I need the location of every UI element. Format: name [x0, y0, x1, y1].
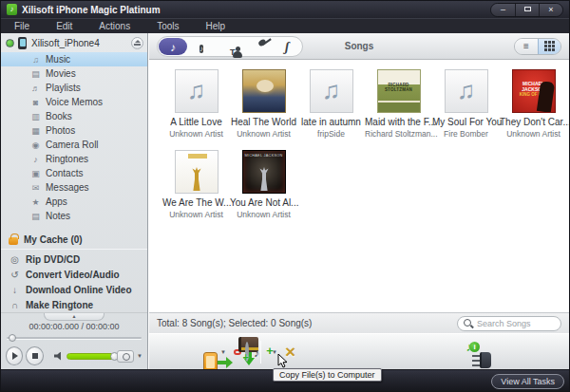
song-tile-late-in-autumn[interactable]: late in autumn fripSide [297, 69, 365, 139]
song-title: Heal The World [230, 117, 297, 127]
menu-file[interactable]: File [1, 21, 43, 31]
snapshot-dropdown-caret[interactable]: ▼ [137, 353, 142, 359]
make-ringtone-icon: ∩ [9, 300, 21, 310]
tab-instruments[interactable] [244, 38, 273, 55]
song-tile-a-little-love[interactable]: A Little Love Unknown Artist [162, 69, 230, 139]
copy-to-itunes-icon: ♪+ [245, 344, 249, 361]
song-title: A Little Love [162, 117, 230, 127]
stop-button[interactable] [26, 346, 43, 365]
song-tile-maid-with-the-f[interactable]: RICHARD STOLTZMAN Maid with the F... Ric… [365, 69, 432, 139]
dropdown-caret-icon[interactable]: ▼ [220, 349, 226, 355]
sidebar-item-books[interactable]: ▥Books [1, 109, 147, 123]
song-artist: fripSide [297, 129, 365, 139]
music-note-icon: ♪ [170, 38, 176, 55]
sidebar-item-notes[interactable]: ▤Notes [1, 209, 147, 223]
volume-slider[interactable] [66, 353, 117, 360]
app-window: ♪ Xilisoft iPhone Magic Platinum – × Fil… [0, 0, 570, 392]
copy-to-computer-button[interactable] [234, 349, 241, 355]
sidebar: Xilisoft_iPhone4 ♫Music▤Movies♬Playlists… [1, 33, 148, 369]
menu-bar: FileEditActionsToolsHelp [1, 18, 569, 33]
tab-music-videos[interactable]: ♪ [187, 38, 216, 55]
play-button[interactable] [6, 346, 23, 365]
album-art [445, 69, 488, 113]
menu-tools[interactable]: Tools [143, 21, 192, 31]
sidebar-item-music[interactable]: ♫Music [1, 52, 147, 66]
menu-edit[interactable]: Edit [43, 21, 86, 31]
eject-icon [135, 40, 141, 43]
song-tile-you-are-not-al[interactable]: MICHAEL JACKSON You Are Not Al... Unknow… [230, 150, 297, 219]
snapshot-button[interactable] [117, 350, 134, 363]
search-placeholder: Search Songs [477, 319, 531, 328]
playback-time: 00:00:00.000 / 00:00:00 [1, 321, 147, 333]
song-title: They Don't Car... [500, 117, 567, 127]
sidebar-item-ringtones[interactable]: ♪Ringtones [1, 152, 147, 166]
device-status-led [6, 39, 14, 47]
songs-grid-area: A Little Love Unknown Artist Heal The Wo… [149, 60, 569, 312]
sidebar-device-row[interactable]: Xilisoft_iPhone4 [1, 33, 147, 52]
player-collapse-handle[interactable]: ▲ [1, 312, 147, 321]
view-toggle: ≡ [514, 38, 561, 55]
song-artist: Unknown Artist [230, 210, 297, 219]
cache-label: My Cache (0) [24, 234, 83, 245]
books-icon: ▥ [29, 112, 42, 121]
sidebar-item-photos[interactable]: ▦Photos [1, 123, 147, 138]
sidebar-item-movies[interactable]: ▤Movies [1, 66, 147, 81]
sidebar-item-apps[interactable]: ★Apps [1, 195, 147, 209]
minimize-button[interactable]: – [491, 4, 515, 16]
song-title: Maid with the F... [365, 117, 432, 127]
messages-icon: ✉ [29, 183, 42, 193]
maximize-icon [524, 7, 531, 11]
song-title: late in autumn [297, 117, 365, 127]
toolbar-separator [260, 341, 261, 364]
maximize-button[interactable] [515, 4, 539, 16]
tab-genres[interactable]: ʃ [273, 38, 301, 55]
menu-actions[interactable]: Actions [86, 21, 143, 31]
view-all-tasks-button[interactable]: View All Tasks [491, 374, 564, 389]
sidebar-item-my-cache[interactable]: My Cache (0) [1, 232, 147, 247]
menu-help[interactable]: Help [193, 21, 239, 31]
tab-songs[interactable]: ♪ [159, 38, 187, 55]
sidebar-item-contacts[interactable]: ▣Contacts [1, 166, 147, 180]
song-artist: Fire Bomber [432, 129, 500, 139]
sidebar-item-camera-roll[interactable]: ◉Camera Roll [1, 138, 147, 152]
seek-knob[interactable] [9, 334, 16, 342]
tab-artists[interactable]: T [216, 38, 244, 55]
album-art: RICHARD STOLTZMAN [377, 69, 421, 113]
sidebar-item-voice-memos[interactable]: ◙Voice Memos [1, 95, 147, 109]
movies-icon: ▤ [29, 69, 42, 79]
song-artist: Unknown Artist [162, 210, 230, 219]
search-input[interactable]: Search Songs [457, 316, 561, 331]
song-tile-my-soul-for-you[interactable]: My Soul For You Fire Bomber [432, 69, 500, 139]
song-tile-they-don-t-car[interactable]: MICHAEL JACKSONKING OF POP They Don't Ca… [500, 69, 567, 139]
close-button[interactable]: × [539, 4, 562, 16]
seek-slider[interactable] [7, 333, 142, 343]
sidebar-tool-download-online-video[interactable]: ↓Download Online Video [1, 282, 147, 297]
album-art: MICHAEL JACKSON [242, 150, 286, 194]
grid-view-button[interactable] [538, 39, 560, 54]
eject-button[interactable] [131, 37, 143, 49]
sidebar-tool-make-ringtone[interactable]: ∩Make Ringtone [1, 297, 147, 312]
download-icon: ↓ [9, 285, 21, 295]
tooltip: Copy File(s) to Computer [273, 368, 382, 382]
copy-to-device-button[interactable]: ▼ [218, 349, 226, 355]
photos-icon: ▦ [29, 126, 42, 136]
sidebar-item-playlists[interactable]: ♬Playlists [1, 81, 147, 95]
window-controls: – × [490, 3, 563, 17]
sidebar-tool-rip-dvd-cd[interactable]: ◎Rip DVD/CD [1, 252, 147, 267]
album-art: MICHAEL JACKSONKING OF POP [512, 69, 556, 113]
app-icon: ♪ [7, 4, 17, 15]
music-icon: ♫ [29, 55, 42, 65]
sidebar-tool-convert-video-audio[interactable]: ↺Convert Video/Audio [1, 267, 147, 282]
add-files-button[interactable]: +▼ [269, 349, 277, 355]
list-view-icon: ≡ [523, 42, 529, 51]
notes-icon: ▤ [29, 212, 42, 221]
convert-icon: ↺ [9, 270, 21, 280]
song-tile-we-are-the-w[interactable]: We Are The W... Unknown Artist [162, 150, 230, 219]
category-tab-bar: ♪♪Tʃ Songs ≡ [149, 33, 569, 60]
copy-to-itunes-button[interactable]: ♪+ [245, 344, 249, 361]
mouse-cursor [277, 354, 289, 369]
song-tile-heal-the-world[interactable]: Heal The World Unknown Artist [230, 69, 297, 139]
list-view-button[interactable]: ≡ [515, 39, 538, 54]
device-name: Xilisoft_iPhone4 [31, 38, 100, 48]
sidebar-item-messages[interactable]: ✉Messages [1, 180, 147, 195]
